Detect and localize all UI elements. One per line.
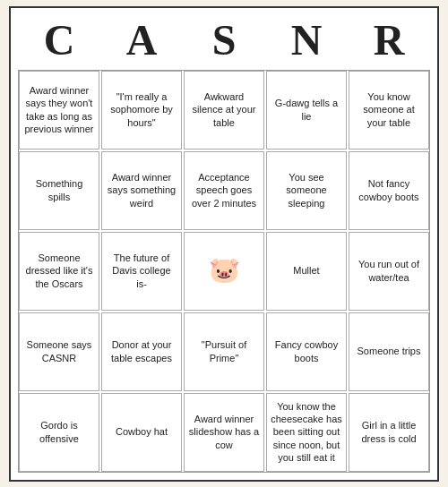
bingo-cell-r1c3[interactable]: You see someone sleeping	[266, 151, 347, 230]
bingo-cell-r0c2[interactable]: Awkward silence at your table	[184, 71, 264, 150]
bingo-cell-r2c4[interactable]: You run out of water/tea	[349, 232, 429, 311]
bingo-header: C A S N R	[18, 15, 430, 64]
letter-r: R	[349, 15, 428, 64]
bingo-cell-r4c1[interactable]: Cowboy hat	[101, 393, 182, 472]
bingo-cell-r4c4[interactable]: Girl in a little dress is cold	[349, 393, 429, 472]
letter-n: N	[267, 15, 346, 64]
bingo-cell-r0c3[interactable]: G-dawg tells a lie	[266, 71, 347, 150]
bingo-cell-r1c2[interactable]: Acceptance speech goes over 2 minutes	[184, 151, 264, 230]
bingo-card: C A S N R Award winner says they won't t…	[9, 6, 439, 482]
bingo-cell-r2c3[interactable]: Mullet	[266, 232, 347, 311]
bingo-cell-r4c2[interactable]: Award winner slideshow has a cow	[184, 393, 264, 472]
bingo-cell-r3c2[interactable]: "Pursuit of Prime"	[184, 312, 264, 391]
bingo-cell-r3c4[interactable]: Someone trips	[349, 312, 429, 391]
bingo-cell-r3c1[interactable]: Donor at your table escapes	[101, 312, 182, 391]
letter-a: A	[102, 15, 181, 64]
bingo-cell-r1c1[interactable]: Award winner says something weird	[101, 151, 182, 230]
bingo-cell-r0c0[interactable]: Award winner says they won't take as lon…	[19, 71, 99, 150]
bingo-grid: Award winner says they won't take as lon…	[18, 70, 430, 473]
bingo-cell-r3c3[interactable]: Fancy cowboy boots	[266, 312, 347, 391]
bingo-cell-r2c0[interactable]: Someone dressed like it's the Oscars	[19, 232, 99, 311]
letter-s: S	[185, 15, 263, 64]
letter-c: C	[20, 15, 99, 64]
bingo-cell-r1c4[interactable]: Not fancy cowboy boots	[349, 151, 429, 230]
bingo-cell-r1c0[interactable]: Something spills	[19, 151, 99, 230]
bingo-cell-r3c0[interactable]: Someone says CASNR	[19, 312, 99, 391]
bingo-cell-r4c0[interactable]: Gordo is offensive	[19, 393, 99, 472]
bingo-cell-r2c1[interactable]: The future of Davis college is-	[101, 232, 182, 311]
bingo-cell-r2c2[interactable]: 🐷	[184, 232, 264, 311]
bingo-cell-r0c1[interactable]: "I'm really a sophomore by hours"	[101, 71, 182, 150]
bingo-cell-r4c3[interactable]: You know the cheesecake has been sitting…	[266, 393, 347, 472]
bingo-cell-r0c4[interactable]: You know someone at your table	[349, 71, 429, 150]
